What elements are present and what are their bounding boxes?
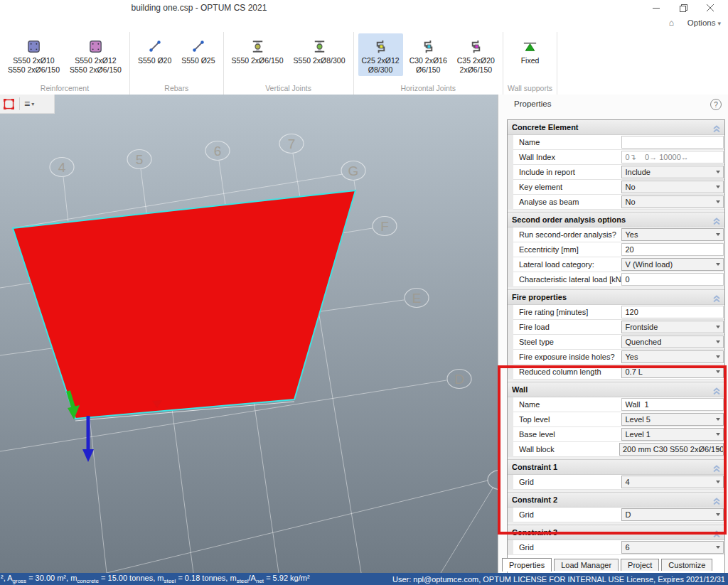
property-dropdown[interactable]: Yes	[621, 228, 724, 241]
property-input[interactable]: 0	[621, 273, 724, 286]
property-dropdown[interactable]: D	[621, 508, 724, 521]
ribbon-button-s550-2x-6-150[interactable]: S550 2xØ6/150	[228, 33, 287, 67]
ribbon-button-label: 2xØ6/150	[460, 65, 493, 75]
tab-properties[interactable]: Properties	[502, 558, 552, 571]
ribbon-button-label: Ø6/150	[416, 65, 440, 75]
collapse-section-icon[interactable]	[712, 123, 721, 136]
property-dropdown[interactable]: No	[621, 181, 724, 193]
close-button[interactable]	[697, 0, 724, 16]
options-button[interactable]: Options▾	[687, 18, 721, 27]
ribbon-button-label: S550 2xØ6/150	[70, 65, 122, 75]
ribbon-button-s550-2x-8-300[interactable]: S550 2xØ8/300	[290, 33, 349, 67]
property-dropdown[interactable]: Level 1	[621, 428, 724, 441]
options-row: ⌂ Options▾	[0, 16, 728, 32]
property-dropdown[interactable]: Quenched	[621, 336, 724, 348]
property-dropdown[interactable]: Level 5	[621, 413, 724, 426]
property-dropdown[interactable]: 200 mm C30 S550 2xØ6/150	[619, 443, 724, 456]
section-header-fire-properties[interactable]: Fire properties	[508, 289, 724, 305]
chevron-down-icon	[716, 186, 720, 188]
tab-customize[interactable]: Customize	[661, 559, 712, 571]
tab-load-manager[interactable]: Load Manager	[554, 559, 619, 571]
property-row-key-element: Key elementNo	[513, 180, 724, 195]
ribbon-button-c30-2x-16-6-150[interactable]: C30 2xØ16Ø6/150	[406, 33, 451, 76]
ribbon-button-fixed[interactable]: Fixed	[511, 33, 550, 67]
dropdown-value: V (Wind load)	[625, 260, 673, 269]
ribbon-button-s550-20[interactable]: S550 Ø20	[134, 33, 175, 67]
property-row-fire-rating-minutes-: Fire rating [minutes]120	[513, 305, 724, 320]
collapse-ribbon-icon[interactable]: ⌂	[669, 18, 674, 28]
property-label: Base level	[513, 430, 621, 439]
collapse-section-icon[interactable]	[712, 495, 721, 508]
collapse-section-icon[interactable]	[712, 293, 721, 306]
wall-select-button[interactable]	[0, 96, 18, 112]
collapse-section-icon[interactable]	[712, 215, 721, 228]
collapse-section-icon[interactable]	[712, 385, 721, 398]
property-input[interactable]: 0↴ 0→ 10000↔	[621, 151, 724, 163]
property-label: Reduced column length	[513, 367, 621, 376]
minimize-button[interactable]	[643, 0, 670, 16]
help-icon[interactable]: ?	[710, 99, 722, 110]
section-header-constraint-3[interactable]: Constraint 3	[508, 525, 724, 540]
property-row-grid: Grid4	[513, 475, 724, 490]
section-title: Second order analysis options	[508, 215, 626, 224]
chevron-down-icon	[716, 263, 720, 266]
chevron-down-icon	[716, 448, 720, 451]
property-row-fire-load: Fire loadFrontside	[513, 320, 724, 335]
property-input[interactable]: 120	[621, 306, 724, 318]
property-dropdown[interactable]: V (Wind load)	[621, 258, 724, 271]
viewport-3d[interactable]: 4 5 6 7 G F E D	[0, 95, 498, 573]
canvas-3d[interactable]: 4 5 6 7 G F E D	[0, 95, 498, 573]
ribbon-button-c35-2x-20-2x-6-150[interactable]: C35 2xØ202xØ6/150	[454, 33, 498, 76]
ribbon-button-s550-2x-10-s550-2x-6-150[interactable]: S550 2xØ10S550 2xØ6/150	[4, 33, 63, 76]
close-icon	[707, 4, 714, 11]
collapse-section-icon[interactable]	[712, 463, 721, 476]
dropdown-value: Yes	[625, 353, 638, 361]
ribbon-button-s550-25[interactable]: S550 Ø25	[178, 33, 218, 67]
section-title: Wall	[508, 385, 528, 394]
property-row-eccentricity-mm-: Eccentricity [mm]20	[513, 242, 724, 257]
section-header-wall[interactable]: Wall	[508, 382, 724, 397]
property-dropdown[interactable]: 6	[621, 541, 724, 554]
ribbon-button-c25-2x-12-8-300[interactable]: C25 2xØ12Ø8/300	[358, 33, 403, 76]
section-header-constraint-1[interactable]: Constraint 1	[508, 459, 724, 475]
properties-panel: Properties ? Concrete ElementNameWall In…	[498, 95, 728, 573]
title-bar: building one.csp - OPTUM CS 2021	[0, 0, 728, 16]
dropdown-value: Quenched	[625, 338, 661, 346]
ribbon-button-s550-2x-12-s550-2x-6-150[interactable]: S550 2xØ12S550 2xØ6/150	[66, 33, 125, 76]
dropdown-value: Yes	[625, 230, 638, 239]
ribbon-group-label: Reinforcement	[4, 83, 125, 95]
property-row-top-level: Top levelLevel 5	[513, 412, 724, 427]
property-label: Fire load	[513, 323, 621, 331]
section-header-second-order-analysis-options[interactable]: Second order analysis options	[508, 212, 724, 227]
property-label: Analyse as beam	[513, 198, 621, 206]
section-header-concrete-element[interactable]: Concrete Element	[508, 120, 724, 135]
chevron-down-icon	[716, 326, 720, 328]
grid-label-D: D	[454, 372, 464, 387]
ribbon-button-label: Ø8/300	[368, 65, 392, 75]
property-dropdown[interactable]: Frontside	[621, 321, 724, 333]
property-dropdown[interactable]: Include	[621, 166, 724, 178]
property-row-fire-exposure-inside-holes-: Fire exposure inside holes?Yes	[513, 350, 724, 365]
dropdown-value: No	[625, 183, 635, 191]
property-dropdown[interactable]: No	[621, 195, 724, 208]
rebar-line-icon	[147, 36, 163, 56]
property-dropdown[interactable]: 4	[621, 476, 724, 488]
tab-project[interactable]: Project	[621, 559, 659, 571]
grid-label-7: 7	[288, 136, 296, 151]
property-input[interactable]: 20	[621, 243, 724, 256]
chevron-down-icon: ▾	[717, 20, 721, 27]
collapse-section-icon[interactable]	[712, 528, 721, 541]
property-label: Name	[513, 400, 621, 409]
restore-button[interactable]	[670, 0, 697, 16]
property-dropdown[interactable]: 0.7 L	[621, 365, 724, 378]
chevron-down-icon	[716, 171, 720, 173]
section-title: Concrete Element	[508, 123, 579, 132]
toolbar-separator	[19, 97, 20, 110]
property-dropdown[interactable]: Yes	[621, 350, 724, 363]
property-input[interactable]	[621, 136, 724, 149]
property-input[interactable]: Wall 1	[621, 398, 724, 411]
vertical-joint-icon	[311, 36, 328, 56]
view-menu-button[interactable]: ≡ ▾	[21, 96, 37, 112]
section-header-constraint-2[interactable]: Constraint 2	[508, 492, 724, 508]
viewport-toolbar: ≡ ▾	[0, 95, 55, 114]
